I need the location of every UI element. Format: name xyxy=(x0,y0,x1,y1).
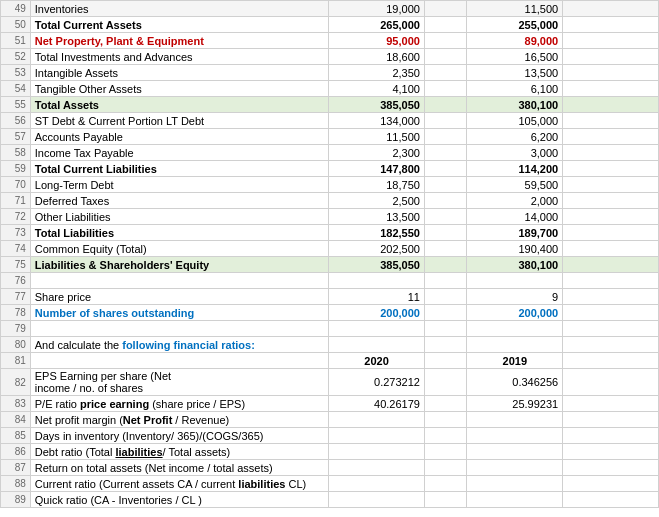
cell-b: 11 xyxy=(329,289,425,305)
row-number: 77 xyxy=(1,289,31,305)
cell-c xyxy=(424,65,467,81)
table-row: 55Total Assets385,050380,100 xyxy=(1,97,659,113)
cell-c xyxy=(424,193,467,209)
cell-b xyxy=(329,460,425,476)
cell-a: Liabilities & Shareholders' Equity xyxy=(30,257,328,273)
cell-a: Return on total assets (Net income / tot… xyxy=(30,460,328,476)
cell-c xyxy=(424,289,467,305)
row-number: 51 xyxy=(1,33,31,49)
table-row: 8120202019 xyxy=(1,353,659,369)
cell-b: 2,350 xyxy=(329,65,425,81)
cell-b xyxy=(329,337,425,353)
cell-c xyxy=(424,460,467,476)
cell-e xyxy=(563,460,659,476)
cell-c xyxy=(424,17,467,33)
table-row: 49Inventories19,00011,500 xyxy=(1,1,659,17)
cell-b xyxy=(329,476,425,492)
table-row: 54Tangible Other Assets4,1006,100 xyxy=(1,81,659,97)
row-number: 79 xyxy=(1,321,31,337)
table-row: 87Return on total assets (Net income / t… xyxy=(1,460,659,476)
cell-c xyxy=(424,321,467,337)
table-row: 84Net profit margin (Net Profit / Revenu… xyxy=(1,412,659,428)
cell-c xyxy=(424,97,467,113)
cell-e xyxy=(563,65,659,81)
cell-e xyxy=(563,49,659,65)
cell-a xyxy=(30,273,328,289)
row-number: 50 xyxy=(1,17,31,33)
table-row: 89Quick ratio (CA - Inventories / CL ) xyxy=(1,492,659,508)
cell-a: Other Liabilities xyxy=(30,209,328,225)
cell-b xyxy=(329,412,425,428)
row-number: 57 xyxy=(1,129,31,145)
cell-c xyxy=(424,81,467,97)
row-number: 49 xyxy=(1,1,31,17)
cell-b: 265,000 xyxy=(329,17,425,33)
table-row: 52Total Investments and Advances18,60016… xyxy=(1,49,659,65)
cell-e xyxy=(563,1,659,17)
row-number: 72 xyxy=(1,209,31,225)
cell-e xyxy=(563,428,659,444)
cell-b xyxy=(329,444,425,460)
table-row: 79 xyxy=(1,321,659,337)
cell-d: 59,500 xyxy=(467,177,563,193)
row-number: 53 xyxy=(1,65,31,81)
cell-e xyxy=(563,369,659,396)
cell-a: Accounts Payable xyxy=(30,129,328,145)
cell-b: 134,000 xyxy=(329,113,425,129)
cell-c xyxy=(424,225,467,241)
cell-d: 105,000 xyxy=(467,113,563,129)
cell-e xyxy=(563,129,659,145)
cell-d: 2019 xyxy=(467,353,563,369)
cell-b: 18,750 xyxy=(329,177,425,193)
table-row: 58Income Tax Payable2,3003,000 xyxy=(1,145,659,161)
cell-e xyxy=(563,17,659,33)
cell-b: 385,050 xyxy=(329,257,425,273)
cell-b: 182,550 xyxy=(329,225,425,241)
cell-a xyxy=(30,353,328,369)
cell-b: 0.273212 xyxy=(329,369,425,396)
cell-d: 3,000 xyxy=(467,145,563,161)
cell-d: 6,200 xyxy=(467,129,563,145)
row-number: 76 xyxy=(1,273,31,289)
row-number: 88 xyxy=(1,476,31,492)
cell-d: 13,500 xyxy=(467,65,563,81)
table-row: 72Other Liabilities13,50014,000 xyxy=(1,209,659,225)
cell-e xyxy=(563,193,659,209)
cell-d: 14,000 xyxy=(467,209,563,225)
table-row: 80And calculate the following financial … xyxy=(1,337,659,353)
cell-b: 4,100 xyxy=(329,81,425,97)
cell-b: 200,000 xyxy=(329,305,425,321)
cell-c xyxy=(424,337,467,353)
cell-c xyxy=(424,33,467,49)
cell-b xyxy=(329,321,425,337)
cell-c xyxy=(424,476,467,492)
table-row: 71Deferred Taxes2,5002,000 xyxy=(1,193,659,209)
cell-a: Tangible Other Assets xyxy=(30,81,328,97)
row-number: 82 xyxy=(1,369,31,396)
cell-e xyxy=(563,337,659,353)
spreadsheet-table: 49Inventories19,00011,50050Total Current… xyxy=(0,0,659,508)
cell-a: Common Equity (Total) xyxy=(30,241,328,257)
row-number: 74 xyxy=(1,241,31,257)
cell-d: 9 xyxy=(467,289,563,305)
cell-d: 6,100 xyxy=(467,81,563,97)
cell-b xyxy=(329,428,425,444)
cell-b: 2020 xyxy=(329,353,425,369)
cell-c xyxy=(424,353,467,369)
cell-e xyxy=(563,273,659,289)
cell-b: 11,500 xyxy=(329,129,425,145)
row-number: 55 xyxy=(1,97,31,113)
cell-d xyxy=(467,428,563,444)
cell-a: ST Debt & Current Portion LT Debt xyxy=(30,113,328,129)
table-row: 51Net Property, Plant & Equipment95,0008… xyxy=(1,33,659,49)
cell-e xyxy=(563,289,659,305)
cell-d xyxy=(467,321,563,337)
cell-c xyxy=(424,241,467,257)
row-number: 83 xyxy=(1,396,31,412)
cell-d xyxy=(467,492,563,508)
cell-e xyxy=(563,412,659,428)
cell-d: 11,500 xyxy=(467,1,563,17)
cell-a: Quick ratio (CA - Inventories / CL ) xyxy=(30,492,328,508)
cell-c xyxy=(424,1,467,17)
cell-d: 25.99231 xyxy=(467,396,563,412)
